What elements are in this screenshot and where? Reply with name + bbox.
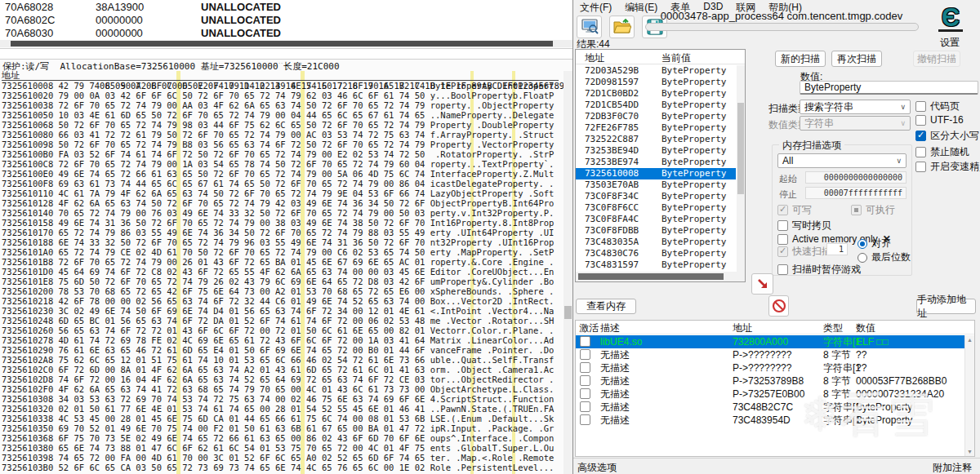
scroll-down-icon[interactable]: ▼: [965, 449, 974, 454]
speedhack-checkbox[interactable]: 开启变速精灵: [915, 160, 980, 174]
result-row[interactable]: 73253BE974ByteProperty: [576, 157, 736, 168]
results-vertical-scrollbar[interactable]: [737, 65, 745, 272]
scrollbar-thumb[interactable]: [578, 273, 724, 280]
hex-row[interactable]: 73256102F0 4F 62 6A 65 63 74 41 72 63 68…: [2, 384, 564, 394]
scan-value-input[interactable]: ByteProperty: [800, 81, 978, 95]
checkbox-icon[interactable]: [777, 234, 788, 245]
scroll-up-icon[interactable]: ▲: [965, 337, 974, 343]
hex-row[interactable]: 73256100B0 FA 03 52 6F 74 61 74 6F 72 50…: [2, 149, 564, 159]
hex-row[interactable]: 7325610218 42 6F 78 00 00 02 56 65 63 74…: [2, 296, 564, 306]
result-row[interactable]: 72D03A529BByteProperty: [576, 65, 736, 77]
checkbox-icon[interactable]: [915, 162, 926, 172]
advanced-options-link[interactable]: 高级选项: [577, 461, 617, 474]
row-active-checkbox[interactable]: [580, 401, 590, 412]
scrollbar-thumb[interactable]: [11, 41, 553, 47]
checkbox-checked-icon[interactable]: [915, 131, 926, 141]
hex-rows[interactable]: 7325610008 42 79 74 65 50 72 6F 70 65 72…: [0, 81, 564, 474]
result-row[interactable]: 732522C887ByteProperty: [576, 134, 736, 145]
hex-row[interactable]: 7325610320 02 01 50 61 77 6E 4E 01 53 74…: [2, 404, 564, 414]
table-vertical-scrollbar[interactable]: ▲ ▼: [964, 335, 974, 456]
hex-row[interactable]: 7325610308 34 03 53 63 72 69 70 74 53 74…: [2, 394, 564, 404]
scrollbar-thumb[interactable]: [737, 103, 744, 194]
scrollbar-thumb[interactable]: [564, 306, 572, 319]
checkbox-grayed-icon[interactable]: [777, 246, 788, 257]
checkbox-icon[interactable]: [915, 147, 926, 157]
row-active-checkbox[interactable]: [580, 414, 590, 425]
hex-row[interactable]: 7325610188 6E 74 33 32 50 72 6F 70 65 72…: [2, 237, 564, 247]
hex-row[interactable]: 7325610008 42 79 74 65 50 72 6F 70 65 72…: [2, 81, 564, 91]
hex-row[interactable]: 7325610098 50 72 6F 70 65 72 74 79 B8 03…: [2, 140, 564, 149]
result-row[interactable]: 73253BE94DByteProperty: [576, 145, 736, 157]
select-process-button[interactable]: [577, 16, 602, 38]
result-row[interactable]: 72FE26F785ByteProperty: [576, 122, 736, 134]
results-col-address[interactable]: 地址: [585, 51, 604, 65]
no-random-checkbox[interactable]: 禁止随机: [915, 145, 969, 159]
start-address-input[interactable]: 0000000000000000: [805, 171, 906, 184]
stop-scan-button[interactable]: [768, 295, 789, 317]
result-row[interactable]: 7325610008ByteProperty: [576, 168, 736, 179]
hex-row[interactable]: 7325610200 78 53 70 68 65 72 65 42 6F 75…: [2, 286, 564, 296]
case-sensitive-checkbox[interactable]: 区分大小写: [915, 129, 979, 143]
hex-row[interactable]: 73256100F8 69 63 61 73 74 44 65 6C 65 67…: [2, 179, 564, 188]
results-col-value[interactable]: 当前值: [662, 51, 691, 65]
hex-row[interactable]: 7325610248 6D 65 BC 01 56 65 63 74 6F 72…: [2, 316, 564, 326]
table-row[interactable]: 无描述P->73257E0B008 字节0000007331234A20: [576, 388, 964, 401]
row-active-checkbox[interactable]: [580, 375, 590, 386]
col-active[interactable]: 激活: [579, 321, 599, 335]
radio-selected-icon[interactable]: [858, 239, 867, 249]
settings-link[interactable]: 设置: [940, 36, 960, 50]
fast-scan-align-input[interactable]: 1: [826, 243, 848, 255]
hex-row[interactable]: 73256100E0 49 6E 74 65 72 66 61 63 65 50…: [2, 169, 564, 179]
table-row[interactable]: 无描述P->73253789B88 字节000053F77B268BB0: [576, 374, 964, 388]
col-type[interactable]: 类型: [823, 321, 843, 335]
hex-row[interactable]: 7325610380 65 6E 74 73 88 01 47 6C 6F 62…: [2, 443, 564, 453]
hex-row[interactable]: 7325610158 49 6E 74 31 36 50 72 6F 70 65…: [2, 218, 564, 228]
results-horizontal-scrollbar[interactable]: [576, 272, 745, 281]
checkbox-icon[interactable]: [915, 115, 926, 126]
hex-row[interactable]: 7325610368 6F 75 70 73 5E 02 49 6E 74 65…: [2, 433, 564, 443]
result-row[interactable]: 72D0981597ByteProperty: [576, 77, 736, 88]
hex-row[interactable]: 7325610338 4C 53 45 00 28 01 45 6E 75 6D…: [2, 414, 564, 423]
row-active-checkbox[interactable]: [580, 388, 590, 399]
result-row[interactable]: 73C4831597ByteProperty: [576, 259, 736, 271]
attach-comment-link[interactable]: 附加注释: [933, 461, 972, 474]
result-row[interactable]: 73C483035AByteProperty: [576, 237, 736, 248]
hex-row[interactable]: 73256100C8 72 6F 70 65 72 74 79 00 1A 03…: [2, 159, 564, 169]
result-row[interactable]: 72DB3F0C70ByteProperty: [576, 111, 736, 122]
hex-row[interactable]: 7325610398 74 65 72 00 FA 00 4D 61 70 00…: [2, 453, 564, 463]
table-row[interactable]: 无描述73C483954D字符串[1ByteProperty: [576, 414, 964, 427]
hex-row[interactable]: 7325610230 3C 02 49 6E 74 50 6F 69 6E 74…: [2, 306, 564, 316]
row-active-checkbox[interactable]: [580, 349, 590, 360]
hex-row[interactable]: 7325610260 56 65 63 74 6F 72 72 01 43 6F…: [2, 326, 564, 335]
result-row[interactable]: 72D1CB0BD2ByteProperty: [576, 88, 736, 100]
radio-icon[interactable]: [858, 253, 867, 263]
hex-row[interactable]: 7325610290 76 61 6E 63 65 46 72 61 6D 65…: [2, 345, 564, 355]
hex-row[interactable]: 73256101A0 65 72 74 79 CE 02 4D 61 70 50…: [2, 247, 564, 257]
hex-row[interactable]: 7325610080 66 03 41 72 72 61 79 50 72 6F…: [2, 130, 564, 140]
copy-on-write-checkbox[interactable]: 写时拷贝: [777, 219, 831, 233]
result-row[interactable]: 73C4830C76ByteProperty: [576, 248, 736, 259]
result-row[interactable]: 73503E70ABByteProperty: [576, 179, 736, 191]
result-row[interactable]: 73C0F8FA4CByteProperty: [576, 214, 736, 225]
hex-row[interactable]: 7325610068 50 72 6F 70 65 72 74 79 98 03…: [2, 120, 564, 130]
table-row[interactable]: 无描述P->????????8 字节??: [576, 348, 964, 361]
hex-row[interactable]: 73256101B8 72 6F 70 65 72 74 79 00 26 01…: [2, 257, 564, 267]
hex-row[interactable]: 7325610140 70 65 72 74 79 00 76 03 49 6E…: [2, 208, 564, 218]
add-selected-addresses-button[interactable]: [751, 273, 773, 295]
menu-item[interactable]: 文件(F): [573, 0, 618, 14]
memory-address-list[interactable]: 70A6802838A13900UNALLOCATED70A6802C00000…: [0, 0, 572, 40]
value-type-dropdown[interactable]: 字符串: [800, 116, 911, 131]
row-active-checkbox[interactable]: [580, 362, 590, 373]
table-row[interactable]: 无描述73C48B2C7C字符串[1ByteProperty: [576, 401, 964, 414]
pause-game-checkbox[interactable]: 扫描时暂停游戏: [777, 263, 861, 277]
undo-scan-button[interactable]: 撤销扫描: [913, 51, 960, 67]
table-row[interactable]: 无描述P->????????字符串[1??: [576, 361, 964, 374]
cheat-engine-logo-icon[interactable]: Є: [933, 4, 968, 35]
hex-row[interactable]: 73256101E8 75 6D 50 72 6F 70 65 72 74 79…: [2, 277, 564, 286]
last-digits-radio[interactable]: 最后位数: [858, 250, 911, 264]
hex-row[interactable]: 7325610110 4C 61 7A 79 4F 62 6A 65 63 74…: [2, 188, 564, 198]
view-memory-button[interactable]: 查看内存: [576, 299, 636, 314]
result-row[interactable]: 73C0F8F34CByteProperty: [576, 191, 736, 202]
stop-address-input[interactable]: 00007fffffffffff: [805, 187, 906, 199]
writable-checkbox[interactable]: 可写: [777, 203, 812, 217]
